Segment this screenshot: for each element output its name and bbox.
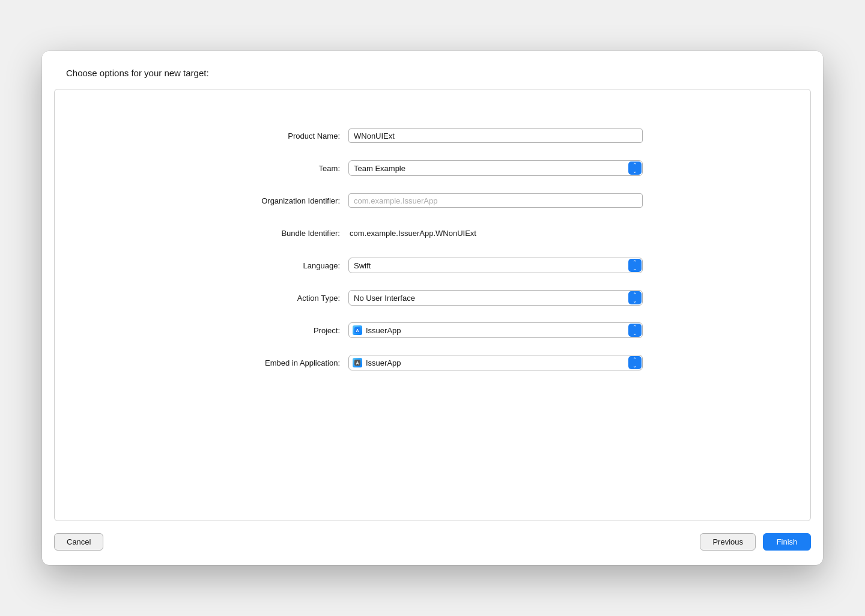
org-identifier-label: Organization Identifier: bbox=[192, 196, 348, 205]
embed-select-wrapper: A IssuerApp bbox=[348, 355, 643, 370]
embed-select[interactable]: A IssuerApp bbox=[348, 355, 643, 370]
action-type-select-wrapper: No User Interface Custom View bbox=[348, 290, 643, 306]
footer-right-buttons: Previous Finish bbox=[700, 533, 811, 551]
embed-row: Embed in Application: A IssuerApp bbox=[192, 352, 673, 373]
action-type-label: Action Type: bbox=[192, 294, 348, 303]
project-select[interactable]: A IssuerApp bbox=[348, 322, 643, 338]
svg-text:A: A bbox=[356, 328, 359, 333]
team-control: Team Example bbox=[348, 160, 643, 176]
embed-control: A IssuerApp bbox=[348, 355, 643, 370]
project-control: A IssuerApp bbox=[348, 322, 643, 338]
dialog-footer: Cancel Previous Finish bbox=[42, 533, 823, 565]
language-select[interactable]: Swift Objective-C bbox=[348, 258, 643, 273]
product-name-row: Product Name: bbox=[192, 125, 673, 146]
project-select-wrapper: A IssuerApp bbox=[348, 322, 643, 338]
product-name-control bbox=[348, 128, 643, 143]
finish-button[interactable]: Finish bbox=[763, 533, 811, 551]
action-type-row: Action Type: No User Interface Custom Vi… bbox=[192, 288, 673, 308]
bundle-identifier-value: com.example.IssuerApp.WNonUIExt bbox=[348, 229, 478, 238]
bundle-identifier-control: com.example.IssuerApp.WNonUIExt bbox=[348, 228, 643, 238]
bundle-identifier-row: Bundle Identifier: com.example.IssuerApp… bbox=[192, 223, 673, 243]
product-name-label: Product Name: bbox=[192, 131, 348, 140]
team-select-wrapper: Team Example bbox=[348, 160, 643, 176]
embed-label: Embed in Application: bbox=[192, 358, 348, 367]
project-row: Project: A IssuerApp bbox=[192, 320, 673, 340]
team-label: Team: bbox=[192, 164, 348, 173]
org-identifier-control bbox=[348, 193, 643, 208]
project-label: Project: bbox=[192, 326, 348, 335]
language-row: Language: Swift Objective-C bbox=[192, 255, 673, 276]
language-select-wrapper: Swift Objective-C bbox=[348, 258, 643, 273]
embed-app-icon: A bbox=[353, 358, 362, 367]
previous-button[interactable]: Previous bbox=[700, 533, 756, 551]
cancel-button[interactable]: Cancel bbox=[54, 533, 103, 551]
team-select[interactable]: Team Example bbox=[348, 160, 643, 176]
project-value: IssuerApp bbox=[366, 326, 624, 335]
dialog: Choose options for your new target: Prod… bbox=[42, 51, 823, 565]
dialog-title: Choose options for your new target: bbox=[66, 68, 799, 78]
dialog-header: Choose options for your new target: bbox=[42, 51, 823, 84]
org-identifier-input[interactable] bbox=[348, 193, 643, 208]
team-row: Team: Team Example bbox=[192, 158, 673, 178]
dialog-content: Product Name: Team: Team Example bbox=[54, 89, 811, 521]
language-label: Language: bbox=[192, 261, 348, 270]
action-type-control: No User Interface Custom View bbox=[348, 290, 643, 306]
svg-text:A: A bbox=[356, 361, 359, 365]
product-name-input[interactable] bbox=[348, 128, 643, 143]
bundle-identifier-label: Bundle Identifier: bbox=[192, 229, 348, 238]
embed-value: IssuerApp bbox=[366, 358, 624, 367]
language-control: Swift Objective-C bbox=[348, 258, 643, 273]
form-container: Product Name: Team: Team Example bbox=[192, 125, 673, 385]
action-type-select[interactable]: No User Interface Custom View bbox=[348, 290, 643, 306]
project-app-icon: A bbox=[353, 325, 362, 335]
org-identifier-row: Organization Identifier: bbox=[192, 190, 673, 211]
